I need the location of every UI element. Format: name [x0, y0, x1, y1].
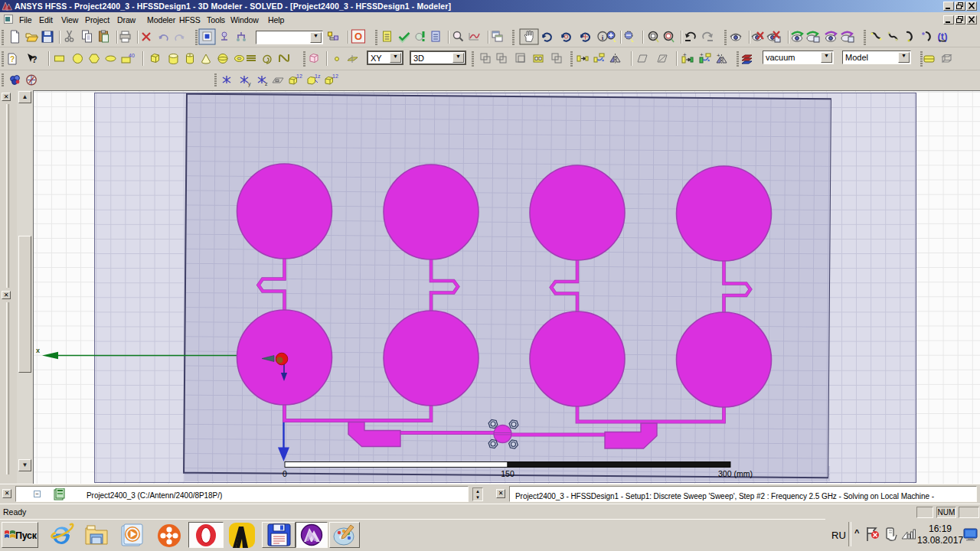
- svg-text:z: z: [265, 81, 268, 86]
- svg-text:i: i: [602, 34, 604, 41]
- svg-text:+: +: [700, 51, 704, 58]
- svg-text:40: 40: [129, 53, 135, 58]
- svg-text:y: y: [248, 81, 251, 87]
- svg-text:?: ?: [10, 55, 15, 64]
- svg-text:1z: 1z: [315, 73, 321, 79]
- svg-text:?: ?: [31, 54, 37, 65]
- svg-text:12: 12: [332, 73, 338, 79]
- svg-text:12: 12: [296, 73, 302, 79]
- svg-text:O: O: [354, 31, 362, 42]
- svg-text:+: +: [683, 51, 687, 58]
